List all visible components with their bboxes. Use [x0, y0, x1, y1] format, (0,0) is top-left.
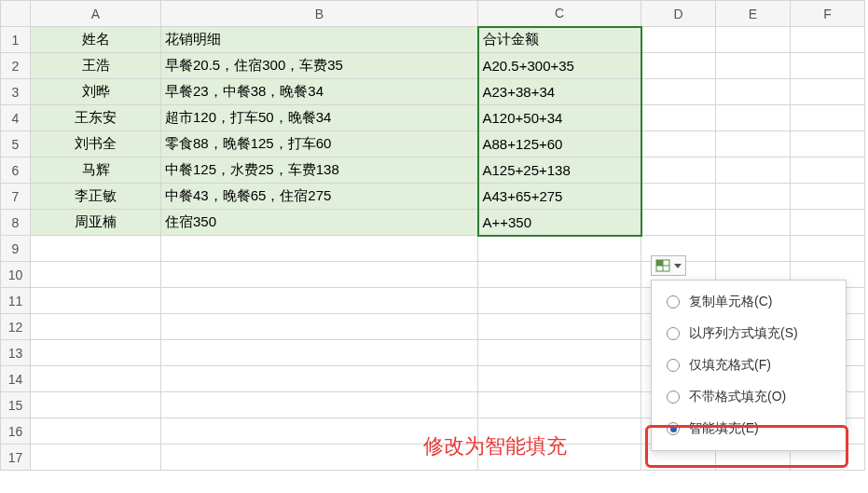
- fill-option[interactable]: 不带格式填充(O): [652, 381, 846, 413]
- cell-C3[interactable]: A23+38+34: [478, 79, 641, 105]
- cell-A9[interactable]: [31, 236, 161, 262]
- cell-A2[interactable]: 王浩: [31, 53, 161, 79]
- cell-F6[interactable]: [791, 157, 865, 184]
- cell-D6[interactable]: [641, 157, 716, 184]
- cell-C4[interactable]: A120+50+34: [478, 105, 641, 131]
- cell-A11[interactable]: [31, 288, 161, 314]
- cell-F1[interactable]: [791, 27, 865, 53]
- row-header[interactable]: 6: [1, 157, 31, 184]
- cell-D5[interactable]: [641, 131, 716, 157]
- cell-D1[interactable]: [641, 27, 716, 53]
- cell-A17[interactable]: [31, 445, 161, 471]
- cell-C16[interactable]: [478, 418, 641, 445]
- row-header[interactable]: 2: [1, 53, 31, 79]
- cell-E8[interactable]: [716, 210, 791, 236]
- col-header-F[interactable]: F: [791, 1, 865, 27]
- cell-E4[interactable]: [716, 105, 791, 131]
- row-header[interactable]: 13: [1, 340, 31, 366]
- cell-C12[interactable]: [478, 314, 641, 340]
- cell-B7[interactable]: 中餐43，晚餐65，住宿275: [161, 184, 478, 210]
- cell-A8[interactable]: 周亚楠: [31, 210, 161, 236]
- row-header[interactable]: 14: [1, 366, 31, 392]
- fill-option[interactable]: 智能填充(E): [652, 413, 846, 445]
- cell-B4[interactable]: 超市120，打车50，晚餐34: [161, 105, 478, 131]
- cell-A12[interactable]: [31, 314, 161, 340]
- col-header-A[interactable]: A: [31, 1, 161, 27]
- cell-D7[interactable]: [641, 184, 716, 210]
- cell-B13[interactable]: [161, 340, 478, 366]
- row-header[interactable]: 17: [1, 445, 31, 471]
- cell-E1[interactable]: [716, 27, 791, 53]
- row-header[interactable]: 15: [1, 392, 31, 418]
- cell-F3[interactable]: [791, 79, 865, 105]
- cell-D8[interactable]: [641, 210, 716, 236]
- cell-C11[interactable]: [478, 288, 641, 314]
- cell-C14[interactable]: [478, 366, 641, 392]
- cell-F7[interactable]: [791, 184, 865, 210]
- row-header[interactable]: 9: [1, 236, 31, 262]
- cell-B2[interactable]: 早餐20.5，住宿300，车费35: [161, 53, 478, 79]
- cell-B1[interactable]: 花销明细: [161, 27, 478, 53]
- cell-B12[interactable]: [161, 314, 478, 340]
- cell-A15[interactable]: [31, 392, 161, 418]
- cell-B15[interactable]: [161, 392, 478, 418]
- cell-B3[interactable]: 早餐23，中餐38，晚餐34: [161, 79, 478, 105]
- row-header[interactable]: 16: [1, 418, 31, 445]
- cell-B16[interactable]: [161, 418, 478, 445]
- col-header-D[interactable]: D: [641, 1, 716, 27]
- cell-B5[interactable]: 零食88，晚餐125，打车60: [161, 131, 478, 157]
- cell-C7[interactable]: A43+65+275: [478, 184, 641, 210]
- row-header[interactable]: 10: [1, 262, 31, 288]
- col-header-B[interactable]: B: [161, 1, 478, 27]
- cell-B6[interactable]: 中餐125，水费25，车费138: [161, 157, 478, 184]
- cell-F9[interactable]: [791, 236, 865, 262]
- cell-A3[interactable]: 刘晔: [31, 79, 161, 105]
- fill-option[interactable]: 仅填充格式(F): [652, 349, 846, 381]
- row-header[interactable]: 3: [1, 79, 31, 105]
- row-header[interactable]: 5: [1, 131, 31, 157]
- cell-A16[interactable]: [31, 418, 161, 445]
- cell-A10[interactable]: [31, 262, 161, 288]
- cell-F8[interactable]: [791, 210, 865, 236]
- cell-C2[interactable]: A20.5+300+35: [478, 53, 641, 79]
- cell-B8[interactable]: 住宿350: [161, 210, 478, 236]
- cell-C9[interactable]: [478, 236, 641, 262]
- cell-D4[interactable]: [641, 105, 716, 131]
- cell-A13[interactable]: [31, 340, 161, 366]
- cell-F4[interactable]: [791, 105, 865, 131]
- fill-option[interactable]: 以序列方式填充(S): [652, 318, 846, 349]
- col-header-C[interactable]: C: [478, 1, 641, 27]
- row-header[interactable]: 1: [1, 27, 31, 53]
- cell-C13[interactable]: [478, 340, 641, 366]
- cell-C17[interactable]: [478, 445, 641, 471]
- cell-E6[interactable]: [716, 157, 791, 184]
- cell-A1[interactable]: 姓名: [31, 27, 161, 53]
- cell-E3[interactable]: [716, 79, 791, 105]
- row-header[interactable]: 7: [1, 184, 31, 210]
- cell-A7[interactable]: 李正敏: [31, 184, 161, 210]
- cell-D2[interactable]: [641, 53, 716, 79]
- row-header[interactable]: 8: [1, 210, 31, 236]
- cell-E2[interactable]: [716, 53, 791, 79]
- cell-B10[interactable]: [161, 262, 478, 288]
- cell-C10[interactable]: [478, 262, 641, 288]
- cell-A5[interactable]: 刘书全: [31, 131, 161, 157]
- cell-B14[interactable]: [161, 366, 478, 392]
- cell-B9[interactable]: [161, 236, 478, 262]
- fill-option[interactable]: 复制单元格(C): [652, 286, 846, 318]
- cell-E9[interactable]: [716, 236, 791, 262]
- cell-A4[interactable]: 王东安: [31, 105, 161, 131]
- cell-E5[interactable]: [716, 131, 791, 157]
- corner-cell[interactable]: [1, 1, 31, 27]
- cell-A14[interactable]: [31, 366, 161, 392]
- cell-C15[interactable]: [478, 392, 641, 418]
- col-header-E[interactable]: E: [716, 1, 791, 27]
- row-header[interactable]: 4: [1, 105, 31, 131]
- cell-D3[interactable]: [641, 79, 716, 105]
- cell-C6[interactable]: A125+25+138: [478, 157, 641, 184]
- cell-F2[interactable]: [791, 53, 865, 79]
- row-header[interactable]: 11: [1, 288, 31, 314]
- cell-C8[interactable]: A++350: [478, 210, 641, 236]
- row-header[interactable]: 12: [1, 314, 31, 340]
- cell-C1[interactable]: 合计金额: [478, 27, 641, 53]
